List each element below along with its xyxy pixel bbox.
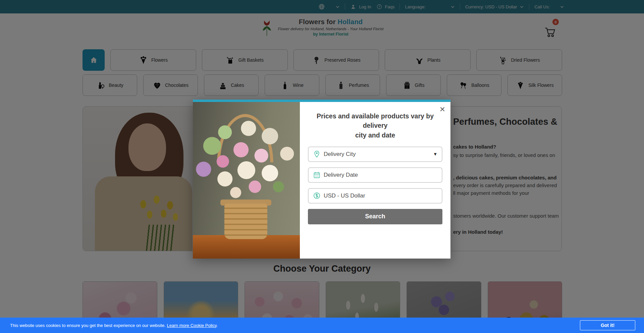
cookie-message: This website uses cookies to ensure you … <box>10 323 218 328</box>
dollar-coin-icon <box>313 192 321 200</box>
delivery-date-value: Delivery Date <box>324 172 358 178</box>
currency-value: USD - US Dollar <box>324 192 365 199</box>
cookie-policy-link[interactable]: Learn more Cookie Policy <box>167 323 217 328</box>
cookie-accept-button[interactable]: Got it! <box>580 320 635 330</box>
location-pin-icon <box>313 150 321 158</box>
delivery-search-modal: × Prices and available products vary by … <box>193 100 450 259</box>
delivery-date-input[interactable]: Delivery Date <box>308 167 442 183</box>
cookie-consent-bar: This website uses cookies to ensure you … <box>0 318 644 333</box>
photo-shape <box>224 204 267 239</box>
search-button[interactable]: Search <box>308 209 442 224</box>
calendar-icon <box>313 171 321 179</box>
modal-body: Prices and available products vary by de… <box>300 102 450 259</box>
modal-title: Prices and available products vary by de… <box>308 111 442 140</box>
currency-field[interactable]: USD - US Dollar <box>308 188 442 204</box>
delivery-city-select[interactable]: Delivery City ▼ <box>308 147 442 162</box>
dropdown-caret-icon: ▼ <box>433 152 437 157</box>
delivery-city-value: Delivery City <box>324 151 356 158</box>
flower-basket-photo <box>193 102 300 259</box>
